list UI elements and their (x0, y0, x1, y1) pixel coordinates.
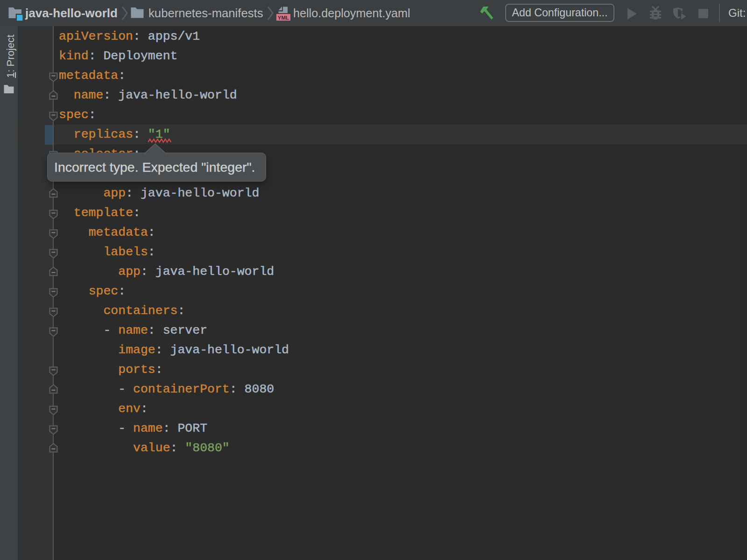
svg-text:YML: YML (278, 15, 289, 21)
